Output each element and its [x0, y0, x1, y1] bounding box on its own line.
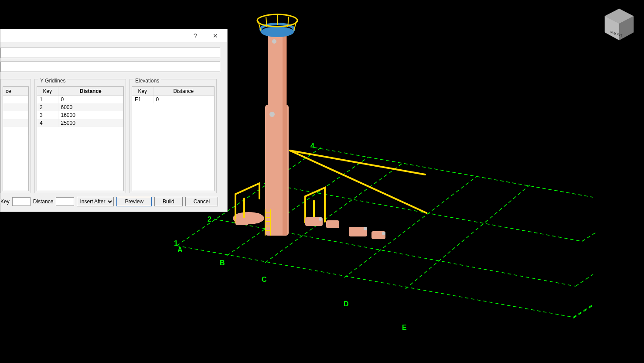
- key-input[interactable]: [12, 197, 31, 206]
- preview-button[interactable]: Preview: [116, 197, 152, 206]
- svg-point-18: [269, 112, 275, 117]
- y-col-distance: Distance: [58, 87, 123, 96]
- y-gridlines-table[interactable]: Key Distance 10 26000 316000 425000: [37, 86, 124, 191]
- grid-label-1: 1: [174, 240, 178, 247]
- svg-line-0: [177, 246, 573, 317]
- grid-label-c: C: [262, 276, 267, 283]
- svg-point-43: [364, 227, 367, 230]
- svg-line-11: [576, 274, 593, 286]
- distance-input[interactable]: [56, 197, 74, 206]
- svg-line-23: [258, 21, 261, 31]
- svg-line-9: [573, 305, 593, 318]
- x-gridlines-table[interactable]: ce: [3, 86, 29, 191]
- grid-label-b: B: [220, 259, 225, 267]
- table-row[interactable]: 316000: [37, 111, 123, 119]
- e-panel-title: Elevations: [133, 78, 161, 84]
- table-row[interactable]: 26000: [37, 103, 123, 111]
- svg-line-14: [290, 151, 425, 175]
- svg-line-24: [294, 21, 296, 31]
- e-col-distance: Distance: [153, 87, 214, 96]
- distance-label: Distance: [33, 199, 54, 205]
- grid-label-e: E: [402, 324, 407, 331]
- y-col-key: Key: [37, 87, 58, 96]
- y-gridlines-panel: Y Gridlines Key Distance 10 26000 316000…: [34, 79, 126, 193]
- svg-line-12: [582, 232, 596, 241]
- x-gridlines-panel: ce: [0, 79, 31, 193]
- view-cube[interactable]: FRONT: [600, 5, 639, 45]
- y-panel-title: Y Gridlines: [38, 78, 67, 84]
- svg-line-3: [314, 147, 593, 197]
- svg-line-8: [405, 185, 530, 289]
- e-col-key: Key: [132, 87, 153, 96]
- svg-point-42: [319, 217, 322, 221]
- grid-label-d: D: [344, 300, 349, 308]
- svg-line-10: [573, 305, 593, 317]
- svg-line-5: [227, 157, 368, 256]
- x-col-distance: ce: [3, 87, 28, 96]
- elevations-table[interactable]: Key Distance E10: [132, 86, 215, 191]
- close-button[interactable]: ✕: [205, 30, 225, 42]
- dialog-titlebar[interactable]: ? ✕: [0, 29, 227, 42]
- help-button[interactable]: ?: [185, 30, 205, 42]
- grid-label-4: 4: [310, 142, 314, 150]
- svg-rect-38: [326, 220, 339, 228]
- cancel-button[interactable]: Cancel: [185, 197, 218, 206]
- elevations-panel: Elevations Key Distance E10: [129, 79, 217, 193]
- dialog-input-2[interactable]: [0, 62, 220, 72]
- svg-point-19: [272, 39, 276, 44]
- svg-point-44: [382, 232, 385, 235]
- build-button[interactable]: Build: [154, 197, 183, 206]
- table-row[interactable]: 425000: [37, 119, 123, 127]
- grid-label-2: 2: [208, 216, 211, 223]
- dialog-input-1[interactable]: [0, 48, 220, 58]
- grid-label-a: A: [177, 246, 183, 253]
- table-row[interactable]: E10: [132, 96, 214, 103]
- insert-mode-select[interactable]: Insert After: [77, 197, 114, 206]
- key-label: Key: [0, 199, 10, 205]
- svg-line-13: [290, 151, 426, 213]
- gridlines-dialog: ? ✕ ce: [0, 29, 228, 212]
- table-row[interactable]: 10: [37, 96, 123, 103]
- svg-rect-17: [283, 36, 287, 235]
- svg-rect-41: [235, 218, 249, 225]
